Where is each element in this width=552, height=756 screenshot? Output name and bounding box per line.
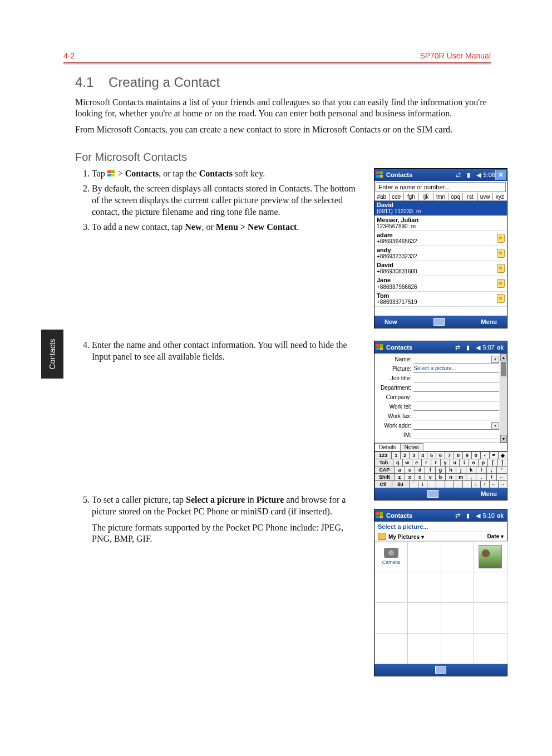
- scroll-up-icon[interactable]: ▲: [500, 354, 507, 361]
- key[interactable]: 3: [409, 451, 418, 459]
- key[interactable]: a: [394, 466, 405, 474]
- key[interactable]: \: [418, 480, 427, 488]
- key[interactable]: ←: [489, 480, 499, 488]
- key[interactable]: n: [445, 473, 456, 481]
- key[interactable]: `: [409, 480, 418, 488]
- key[interactable]: g: [435, 466, 446, 474]
- tab-details[interactable]: Details: [374, 443, 401, 451]
- key[interactable]: →: [498, 480, 507, 488]
- alpha-tab[interactable]: rst: [463, 193, 478, 200]
- key[interactable]: [462, 480, 472, 488]
- contact-row[interactable]: Jane+886937966626: [374, 276, 507, 291]
- key[interactable]: Shift: [374, 473, 395, 481]
- key[interactable]: áü: [392, 480, 410, 488]
- camera-tile[interactable]: Camera: [374, 541, 408, 572]
- contact-row[interactable]: andy+886932332332: [374, 246, 507, 261]
- field-input[interactable]: Select a picture...: [413, 365, 499, 373]
- key[interactable]: ;: [486, 466, 497, 474]
- field-input[interactable]: [413, 413, 499, 420]
- scroll-down-icon[interactable]: ▼: [500, 435, 507, 443]
- key[interactable]: 4: [418, 451, 427, 459]
- softkey-menu[interactable]: Menu: [481, 490, 497, 497]
- key[interactable]: [427, 480, 436, 488]
- key[interactable]: ◆: [498, 451, 507, 459]
- field-input[interactable]: [413, 431, 499, 439]
- contact-row[interactable]: Messer, Julian1234567890m: [374, 216, 507, 231]
- key[interactable]: z: [394, 473, 405, 481]
- key[interactable]: d: [415, 466, 425, 474]
- key[interactable]: f: [425, 466, 435, 474]
- softkey-menu[interactable]: Menu: [481, 318, 497, 325]
- alpha-tab[interactable]: #ab: [374, 193, 390, 200]
- ok-button[interactable]: ok: [495, 511, 506, 520]
- key[interactable]: Ctl: [374, 480, 392, 488]
- key[interactable]: p: [478, 459, 488, 467]
- field-input[interactable]: [413, 394, 499, 401]
- key[interactable]: Tab: [374, 459, 393, 467]
- ok-button[interactable]: ok: [495, 343, 506, 352]
- key[interactable]: [: [487, 459, 497, 467]
- key[interactable]: 0: [471, 451, 481, 459]
- field-input[interactable]: ▼: [413, 422, 499, 430]
- alpha-tab[interactable]: fgh: [404, 193, 419, 200]
- field-input[interactable]: [413, 403, 499, 411]
- close-button[interactable]: ✕: [495, 170, 506, 180]
- softkey-new[interactable]: New: [385, 318, 397, 325]
- key[interactable]: y: [440, 459, 450, 467]
- start-flag-icon[interactable]: [376, 344, 384, 351]
- alpha-tab[interactable]: opq: [448, 193, 464, 200]
- key[interactable]: w: [402, 459, 412, 467]
- key[interactable]: 8: [454, 451, 463, 459]
- contact-row[interactable]: David(0911) 112233m: [374, 201, 507, 216]
- key[interactable]: 5: [427, 451, 436, 459]
- alpha-tab[interactable]: uvw: [478, 193, 493, 200]
- alpha-tab[interactable]: xyz: [493, 193, 507, 200]
- key[interactable]: ↑: [480, 480, 490, 488]
- keyboard-icon[interactable]: [427, 490, 438, 498]
- scroll-thumb[interactable]: [501, 362, 506, 376]
- key[interactable]: 9: [462, 451, 472, 459]
- contact-row[interactable]: adam+886936465632: [374, 231, 507, 246]
- key[interactable]: v: [425, 473, 435, 481]
- key[interactable]: -: [480, 451, 490, 459]
- search-input[interactable]: Enter a name or number...: [376, 182, 506, 192]
- key[interactable]: i: [459, 459, 469, 467]
- start-flag-icon[interactable]: [376, 171, 384, 179]
- key[interactable]: 1: [391, 451, 401, 459]
- keyboard-icon[interactable]: [433, 318, 445, 326]
- contact-row[interactable]: Tom+886933717519: [374, 292, 507, 307]
- key[interactable]: m: [456, 473, 466, 481]
- key[interactable]: s: [405, 466, 415, 474]
- key[interactable]: c: [415, 473, 425, 481]
- field-input[interactable]: [413, 384, 499, 392]
- key[interactable]: t: [431, 459, 441, 467]
- alpha-index[interactable]: #abcdefghijklmnopqrstuvwxyz: [374, 193, 507, 201]
- key[interactable]: .: [476, 473, 486, 481]
- key[interactable]: x: [405, 473, 415, 481]
- field-input[interactable]: ▼: [413, 356, 499, 364]
- chevron-down-icon[interactable]: ▼: [491, 356, 499, 363]
- key[interactable]: 6: [436, 451, 445, 459]
- key[interactable]: j: [456, 466, 466, 474]
- key[interactable]: 2: [400, 451, 410, 459]
- alpha-tab[interactable]: cde: [390, 193, 405, 200]
- key[interactable]: =: [489, 451, 499, 459]
- key[interactable]: o: [469, 459, 479, 467]
- key[interactable]: CAP: [374, 466, 395, 474]
- key[interactable]: q: [393, 459, 403, 467]
- key[interactable]: ,: [466, 473, 476, 481]
- key[interactable]: ↓: [471, 480, 481, 488]
- key[interactable]: 123: [374, 451, 392, 459]
- sort-dropdown[interactable]: Date ▾: [487, 533, 504, 539]
- alpha-tab[interactable]: lmn: [433, 193, 448, 200]
- alpha-tab[interactable]: ijk: [419, 193, 434, 200]
- soft-keyboard[interactable]: 1231234567890-=◆Tabqwertyuiop[]CAPasdfgh…: [374, 451, 507, 488]
- scrollbar[interactable]: ▲ ▼: [500, 354, 507, 443]
- picture-thumbnail[interactable]: [474, 541, 507, 572]
- key[interactable]: [436, 480, 445, 488]
- key[interactable]: u: [450, 459, 460, 467]
- folder-dropdown[interactable]: My Pictures ▾: [378, 533, 424, 540]
- key[interactable]: r: [421, 459, 431, 467]
- key[interactable]: h: [445, 466, 456, 474]
- tab-notes[interactable]: Notes: [400, 443, 423, 451]
